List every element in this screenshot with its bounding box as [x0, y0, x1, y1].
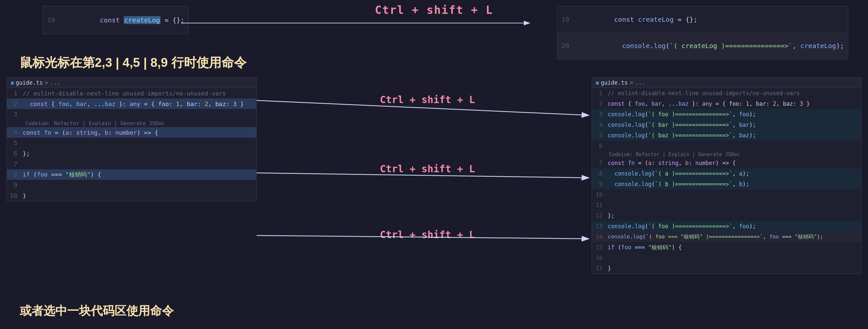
code-line-7-left: 7 [7, 159, 256, 169]
r-code-line-13: 13 console.log(`( foo )===============>`… [592, 221, 861, 232]
file-icon-left: ▣ [11, 80, 14, 86]
r-code-line-9: 9 console.log(`( b )===============>`, b… [592, 179, 861, 189]
ctrl-label-1: Ctrl + shift + L [263, 94, 592, 106]
zh-title: 鼠标光标在第2,3 | 4,5 | 8,9 行时使用命令 [20, 54, 246, 71]
r-code-line-17: 17 } [592, 263, 861, 274]
r-code-line-8: 8 console.log(`( a )===============>`, a… [592, 168, 861, 179]
ctrl-label-3: Ctrl + shift + L [263, 229, 592, 240]
left-code-editor[interactable]: ▣ guide.ts > ... 1 // eslint-disable-nex… [7, 78, 257, 201]
main-container: 19 const createLog = {}; Ctrl + shift + … [0, 0, 868, 329]
code-line-5-left: 5 [7, 138, 256, 148]
r-code-line-14: 14 console.log(`( foo === "核销码" )=======… [592, 232, 861, 242]
r-code-line-3: 3 console.log(`( foo )===============>`,… [592, 109, 861, 120]
code-line-1-left: 1 // eslint-disable-next-line unused-imp… [7, 88, 256, 98]
r-code-line-15: 15 if (foo === "核销码") { [592, 242, 861, 252]
editor-tab-right: ▣ guide.ts > ... [592, 78, 861, 88]
r-code-line-10: 10 [592, 189, 861, 200]
r-code-line-4: 4 console.log(`( bar )===============>`,… [592, 120, 861, 130]
top-section: 19 const createLog = {}; Ctrl + shift + … [0, 0, 868, 51]
code-line-9-left: 9 [7, 180, 256, 190]
r-code-line-6: 6 [592, 141, 861, 151]
code-line-4-left: 4 const fn = (a: string, b: number) => { [7, 127, 256, 138]
code-line-2-left: 2 const { foo, bar, ...baz }: any = { fo… [7, 98, 256, 109]
bottom-section: 鼠标光标在第2,3 | 4,5 | 8,9 行时使用命令 ▣ guide.ts … [0, 51, 868, 329]
r-code-line-2: 2 const { foo, bar, ...baz }: any = { fo… [592, 98, 861, 109]
code-line-6-left: 6 }; [7, 148, 256, 159]
file-icon-right: ▣ [596, 80, 599, 86]
zh-bottom-label: 或者选中一块代码区使用命令 [20, 303, 174, 319]
r-code-line-1: 1 // eslint-disable-next-line unused-imp… [592, 88, 861, 98]
code-line-10-left: 10 } [7, 190, 256, 201]
r-code-line-11: 11 [592, 200, 861, 210]
editor-tab-left: ▣ guide.ts > ... [7, 78, 256, 88]
r-code-line-7: 7 const fn = (a: string, b: number) => { [592, 158, 861, 168]
top-left-code-panel: 19 const createLog = {}; [43, 6, 189, 34]
r-code-line-16: 16 [592, 252, 861, 263]
r-code-line-5: 5 console.log(`( baz )===============>`,… [592, 130, 861, 141]
line-number: 19 [561, 16, 575, 23]
ctrl-label-2: Ctrl + shift + L [263, 163, 592, 175]
codeium-hint-1: Codeium: Refactor | Explain | Generate J… [7, 120, 256, 127]
codeium-hint-right-1: Codeium: Refactor | Explain | Generate J… [592, 151, 861, 158]
r-code-line-12: 12 }; [592, 210, 861, 221]
right-code-editor[interactable]: ▣ guide.ts > ... 1 // eslint-disable-nex… [592, 78, 861, 274]
line-number: 19 [47, 16, 60, 24]
line-number: 20 [561, 42, 575, 50]
code-line-3-left: 3 [7, 109, 256, 120]
code-line-8-left: 8 if (foo === "核销码") { [7, 169, 256, 180]
